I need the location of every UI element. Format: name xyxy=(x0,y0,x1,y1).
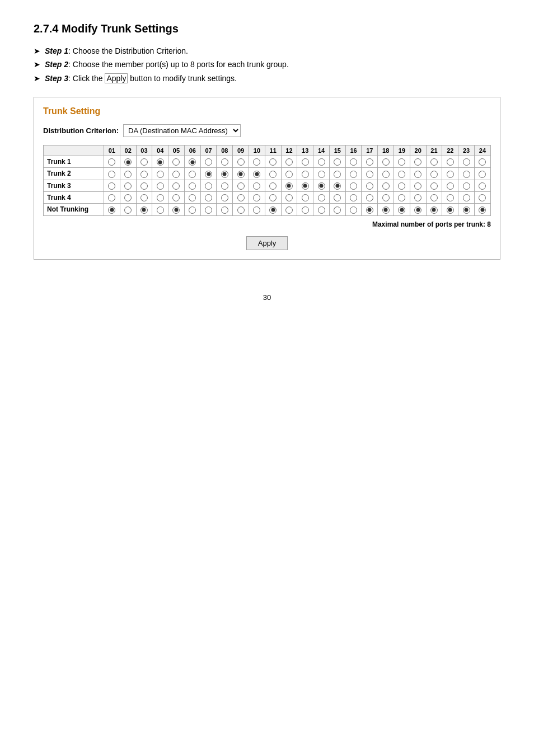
radio-cell[interactable] xyxy=(442,204,458,215)
distribution-select[interactable]: DA (Destination MAC Address) xyxy=(123,124,241,137)
radio-cell[interactable] xyxy=(442,180,458,191)
radio-cell[interactable] xyxy=(426,204,442,215)
radio-cell[interactable] xyxy=(265,204,281,215)
radio-cell[interactable] xyxy=(345,168,362,180)
radio-cell[interactable] xyxy=(442,168,458,180)
radio-cell[interactable] xyxy=(297,156,313,168)
radio-cell[interactable] xyxy=(265,156,281,168)
radio-cell[interactable] xyxy=(410,191,426,203)
radio-cell[interactable] xyxy=(329,204,345,215)
radio-cell[interactable] xyxy=(233,191,249,203)
radio-cell[interactable] xyxy=(458,168,475,180)
radio-cell[interactable] xyxy=(120,156,136,168)
radio-cell[interactable] xyxy=(265,180,281,191)
radio-cell[interactable] xyxy=(184,168,200,180)
radio-cell[interactable] xyxy=(426,156,442,168)
radio-cell[interactable] xyxy=(329,156,345,168)
radio-cell[interactable] xyxy=(458,180,475,191)
radio-cell[interactable] xyxy=(168,156,185,168)
radio-cell[interactable] xyxy=(152,156,168,168)
radio-cell[interactable] xyxy=(313,191,330,203)
radio-cell[interactable] xyxy=(168,204,185,215)
radio-cell[interactable] xyxy=(217,191,233,203)
radio-cell[interactable] xyxy=(136,180,152,191)
radio-cell[interactable] xyxy=(200,180,217,191)
radio-cell[interactable] xyxy=(168,180,185,191)
radio-cell[interactable] xyxy=(168,168,185,180)
radio-cell[interactable] xyxy=(184,180,200,191)
radio-cell[interactable] xyxy=(362,168,378,180)
radio-cell[interactable] xyxy=(442,156,458,168)
radio-cell[interactable] xyxy=(345,180,362,191)
radio-cell[interactable] xyxy=(313,204,330,215)
radio-cell[interactable] xyxy=(281,204,297,215)
radio-cell[interactable] xyxy=(184,156,200,168)
radio-cell[interactable] xyxy=(281,191,297,203)
radio-cell[interactable] xyxy=(297,180,313,191)
radio-cell[interactable] xyxy=(233,156,249,168)
radio-cell[interactable] xyxy=(313,180,330,191)
radio-cell[interactable] xyxy=(426,191,442,203)
radio-cell[interactable] xyxy=(136,156,152,168)
radio-cell[interactable] xyxy=(362,180,378,191)
radio-cell[interactable] xyxy=(120,168,136,180)
radio-cell[interactable] xyxy=(249,156,265,168)
radio-cell[interactable] xyxy=(329,191,345,203)
radio-cell[interactable] xyxy=(104,204,120,215)
radio-cell[interactable] xyxy=(474,204,490,215)
radio-cell[interactable] xyxy=(152,168,168,180)
radio-cell[interactable] xyxy=(200,168,217,180)
radio-cell[interactable] xyxy=(394,191,410,203)
radio-cell[interactable] xyxy=(120,180,136,191)
radio-cell[interactable] xyxy=(474,168,490,180)
radio-cell[interactable] xyxy=(249,191,265,203)
radio-cell[interactable] xyxy=(410,156,426,168)
radio-cell[interactable] xyxy=(249,204,265,215)
radio-cell[interactable] xyxy=(313,156,330,168)
radio-cell[interactable] xyxy=(410,180,426,191)
radio-cell[interactable] xyxy=(329,168,345,180)
radio-cell[interactable] xyxy=(394,180,410,191)
radio-cell[interactable] xyxy=(233,180,249,191)
radio-cell[interactable] xyxy=(104,168,120,180)
radio-cell[interactable] xyxy=(378,180,394,191)
radio-cell[interactable] xyxy=(345,156,362,168)
radio-cell[interactable] xyxy=(345,191,362,203)
radio-cell[interactable] xyxy=(297,191,313,203)
radio-cell[interactable] xyxy=(152,204,168,215)
radio-cell[interactable] xyxy=(200,156,217,168)
radio-cell[interactable] xyxy=(136,191,152,203)
radio-cell[interactable] xyxy=(281,168,297,180)
radio-cell[interactable] xyxy=(426,168,442,180)
radio-cell[interactable] xyxy=(152,180,168,191)
radio-cell[interactable] xyxy=(249,180,265,191)
radio-cell[interactable] xyxy=(249,168,265,180)
radio-cell[interactable] xyxy=(474,156,490,168)
radio-cell[interactable] xyxy=(426,180,442,191)
radio-cell[interactable] xyxy=(233,204,249,215)
radio-cell[interactable] xyxy=(168,191,185,203)
radio-cell[interactable] xyxy=(217,168,233,180)
radio-cell[interactable] xyxy=(184,191,200,203)
radio-cell[interactable] xyxy=(378,156,394,168)
radio-cell[interactable] xyxy=(120,191,136,203)
radio-cell[interactable] xyxy=(345,204,362,215)
radio-cell[interactable] xyxy=(136,168,152,180)
radio-cell[interactable] xyxy=(362,191,378,203)
radio-cell[interactable] xyxy=(217,204,233,215)
radio-cell[interactable] xyxy=(217,156,233,168)
radio-cell[interactable] xyxy=(281,156,297,168)
radio-cell[interactable] xyxy=(329,180,345,191)
radio-cell[interactable] xyxy=(120,204,136,215)
radio-cell[interactable] xyxy=(233,168,249,180)
radio-cell[interactable] xyxy=(458,204,475,215)
radio-cell[interactable] xyxy=(394,156,410,168)
radio-cell[interactable] xyxy=(458,156,475,168)
radio-cell[interactable] xyxy=(184,204,200,215)
radio-cell[interactable] xyxy=(410,204,426,215)
radio-cell[interactable] xyxy=(152,191,168,203)
radio-cell[interactable] xyxy=(265,191,281,203)
radio-cell[interactable] xyxy=(104,156,120,168)
radio-cell[interactable] xyxy=(265,168,281,180)
radio-cell[interactable] xyxy=(104,191,120,203)
